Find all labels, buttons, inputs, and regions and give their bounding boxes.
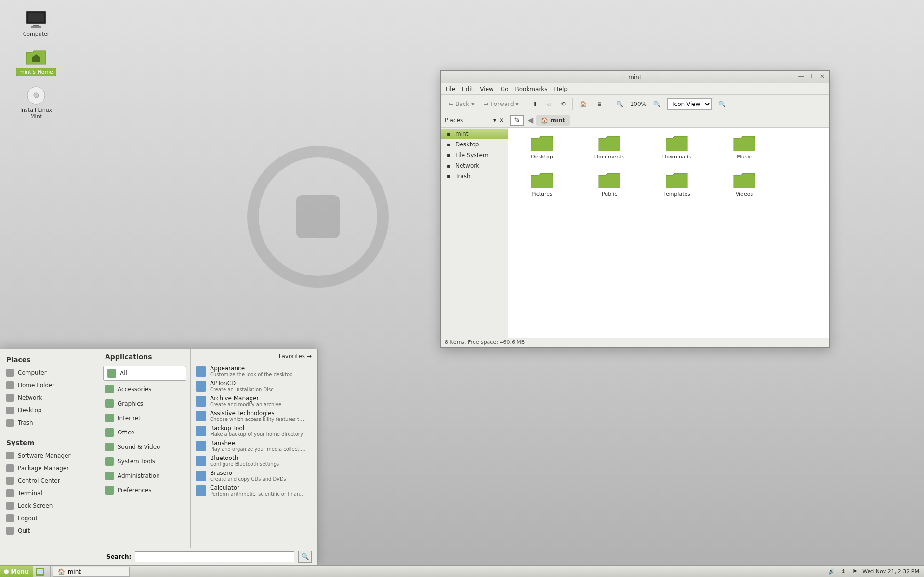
location-toggle-button[interactable]: ✎ [510, 115, 524, 126]
menu-help[interactable]: Help [554, 86, 568, 92]
app-backup-tool[interactable]: Backup ToolMake a backup of your home di… [191, 423, 317, 438]
close-icon[interactable]: ✕ [499, 117, 504, 124]
menu-button[interactable]: ⬢ Menu [0, 566, 33, 577]
places-item-desktop[interactable]: Desktop [4, 404, 95, 417]
sidebar-item-desktop[interactable]: ▪Desktop [441, 139, 508, 150]
up-button[interactable]: ⬆ [530, 99, 541, 109]
folder-music[interactable]: Music [720, 132, 768, 160]
network-icon[interactable]: ↕ [839, 568, 847, 576]
system-item-software-manager[interactable]: Software Manager [4, 449, 95, 462]
places-dropdown[interactable]: Places ▾ ✕ [441, 113, 508, 127]
app-banshee[interactable]: BansheePlay and organize your media coll… [191, 438, 317, 453]
home-button[interactable]: 🏠 [577, 99, 590, 109]
show-desktop-button[interactable] [34, 566, 46, 577]
places-item-network[interactable]: Network [4, 392, 95, 404]
folder-documents[interactable]: Documents [585, 132, 634, 160]
sidebar-item-file-system[interactable]: ▪File System [441, 150, 508, 160]
reload-button[interactable]: ⟲ [558, 99, 568, 109]
file-list[interactable]: DesktopDocumentsDownloadsMusicPicturesPu… [508, 128, 829, 338]
zoom-out-button[interactable]: 🔍 [613, 99, 626, 109]
app-assistive-technologies[interactable]: Assistive TechnologiesChoose which acces… [191, 408, 317, 423]
trash-icon: ▪ [445, 172, 452, 180]
menu-view[interactable]: View [480, 86, 493, 92]
sidebar-item-trash[interactable]: ▪Trash [441, 171, 508, 182]
app-icon [196, 441, 206, 451]
app-brasero[interactable]: BraseroCreate and copy CDs and DVDs [191, 468, 317, 483]
category-preferences[interactable]: Preferences [99, 483, 190, 498]
desktop-icon: ▪ [445, 141, 452, 148]
folder-desktop[interactable]: Desktop [518, 132, 566, 160]
status-bar: 8 items, Free space: 460.6 MB [441, 338, 829, 347]
taskbar-item-mint[interactable]: 🏠 mint [53, 567, 130, 577]
search-button[interactable]: 🔍 [715, 99, 728, 109]
sidebar-item-mint[interactable]: ▪mint [441, 129, 508, 139]
menu-file[interactable]: File [446, 86, 455, 92]
category-label: Sound & Video [118, 444, 160, 450]
maximize-button[interactable]: + [808, 73, 816, 80]
category-internet[interactable]: Internet [99, 411, 190, 425]
app-aptoncd[interactable]: APTonCDCreate an Installation Disc [191, 379, 317, 393]
folder-label: Templates [663, 191, 690, 197]
place-label: Home Folder [18, 382, 54, 389]
zoom-in-button[interactable]: 🔍 [650, 99, 663, 109]
menubar: File Edit View Go Bookmarks Help [441, 83, 829, 95]
folder-videos[interactable]: Videos [720, 170, 768, 197]
app-description: Choose which accessibility features t… [210, 417, 304, 422]
home-folder-icon [25, 47, 48, 66]
category-accessories[interactable]: Accessories [99, 382, 190, 396]
updates-icon[interactable]: ⚑ [851, 568, 858, 576]
category-sound-video[interactable]: Sound & Video [99, 440, 190, 454]
computer-button[interactable]: 🖥 [594, 99, 605, 109]
minimize-button[interactable]: — [797, 73, 805, 80]
category-office[interactable]: Office [99, 425, 190, 440]
svg-rect-14 [666, 176, 687, 188]
category-graphics[interactable]: Graphics [99, 396, 190, 411]
folder-downloads[interactable]: Downloads [653, 132, 701, 160]
search-input[interactable] [135, 551, 294, 562]
folder-templates[interactable]: Templates [653, 170, 701, 197]
clock[interactable]: Wed Nov 21, 2:32 PM [862, 568, 919, 575]
category-system-tools[interactable]: System Tools [99, 454, 190, 469]
close-button[interactable]: × [818, 73, 826, 80]
app-description: Create an Installation Disc [210, 387, 274, 392]
desktop-icon-label: Install Linux Mint [14, 107, 58, 119]
places-item-trash[interactable]: Trash [4, 417, 95, 429]
svg-rect-3 [28, 13, 44, 22]
folder-public[interactable]: Public [585, 170, 634, 197]
category-label: All [120, 370, 127, 377]
titlebar[interactable]: mint — + × [441, 71, 829, 83]
sidebar-item-network[interactable]: ▪Network [441, 160, 508, 171]
menu-edit[interactable]: Edit [462, 86, 473, 92]
monitor-icon [25, 10, 48, 29]
desktop-icon-home[interactable]: mint's Home [14, 47, 58, 76]
volume-icon[interactable]: 🔊 [828, 568, 835, 576]
system-item-terminal[interactable]: Terminal [4, 487, 95, 499]
system-item-logout[interactable]: Logout [4, 512, 95, 525]
category-label: Graphics [118, 400, 143, 407]
system-item-control-center[interactable]: Control Center [4, 474, 95, 487]
app-archive-manager[interactable]: Archive ManagerCreate and modify an arch… [191, 393, 317, 408]
desktop-icon-install[interactable]: Install Linux Mint [14, 86, 58, 119]
category-all[interactable]: All [103, 366, 186, 381]
places-item-home-folder[interactable]: Home Folder [4, 379, 95, 392]
app-name: Appearance [210, 365, 293, 372]
breadcrumb[interactable]: 🏠 mint [536, 115, 570, 126]
menu-go[interactable]: Go [501, 86, 509, 92]
app-appearance[interactable]: AppearanceCustomize the look of the desk… [191, 364, 317, 379]
system-item-quit[interactable]: Quit [4, 525, 95, 537]
svg-point-7 [34, 93, 39, 98]
favorites-button[interactable]: Favorites ➡ [191, 349, 317, 364]
category-administration[interactable]: Administration [99, 469, 190, 483]
app-icon [196, 396, 206, 407]
app-calculator[interactable]: CalculatorPerform arithmetic, scientific… [191, 483, 317, 498]
back-crumb-icon[interactable]: ◀ [528, 116, 533, 125]
system-item-package-manager[interactable]: Package Manager [4, 462, 95, 474]
view-mode-select[interactable]: Icon View [667, 98, 712, 110]
desktop-icon-computer[interactable]: Computer [14, 10, 58, 37]
search-button[interactable]: 🔍 [298, 551, 312, 563]
app-bluetooth[interactable]: BluetoothConfigure Bluetooth settings [191, 453, 317, 468]
places-item-computer[interactable]: Computer [4, 367, 95, 379]
system-item-lock-screen[interactable]: Lock Screen [4, 499, 95, 512]
folder-pictures[interactable]: Pictures [518, 170, 566, 197]
menu-bookmarks[interactable]: Bookmarks [515, 86, 547, 92]
